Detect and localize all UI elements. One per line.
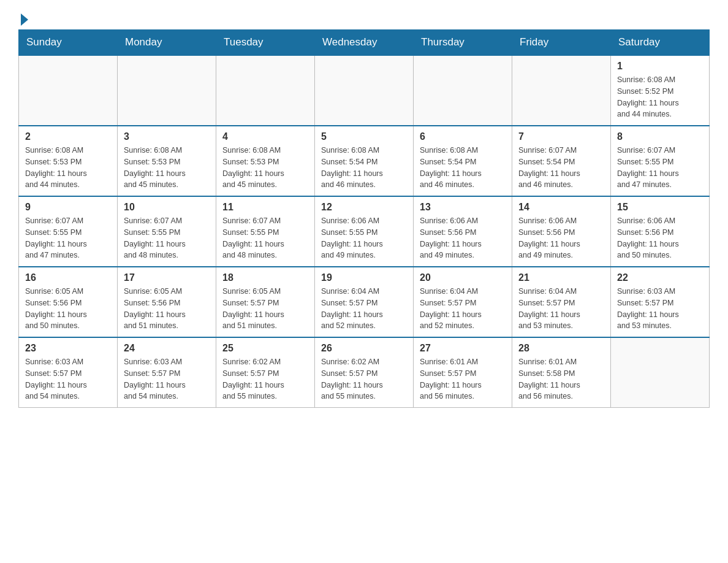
day-header-monday: Monday [118, 30, 216, 56]
day-info: Sunrise: 6:05 AMSunset: 5:56 PMDaylight:… [124, 286, 210, 332]
calendar-cell: 24Sunrise: 6:03 AMSunset: 5:57 PMDayligh… [118, 337, 216, 408]
calendar-cell: 4Sunrise: 6:08 AMSunset: 5:53 PMDaylight… [216, 126, 315, 196]
calendar-cell: 15Sunrise: 6:06 AMSunset: 5:56 PMDayligh… [611, 196, 710, 267]
calendar-cell: 14Sunrise: 6:06 AMSunset: 5:56 PMDayligh… [512, 196, 611, 267]
calendar-cell: 16Sunrise: 6:05 AMSunset: 5:56 PMDayligh… [19, 267, 118, 337]
calendar-cell: 7Sunrise: 6:07 AMSunset: 5:54 PMDaylight… [512, 126, 611, 196]
day-number: 6 [420, 131, 506, 142]
day-number: 25 [222, 343, 308, 354]
day-number: 26 [321, 343, 407, 354]
calendar-cell [512, 55, 611, 126]
day-info: Sunrise: 6:07 AMSunset: 5:55 PMDaylight:… [222, 215, 308, 261]
day-number: 14 [518, 202, 604, 213]
day-info: Sunrise: 6:06 AMSunset: 5:56 PMDaylight:… [420, 215, 506, 261]
day-number: 7 [518, 131, 604, 142]
page-header [18, 12, 710, 23]
day-number: 19 [321, 272, 407, 283]
day-number: 21 [518, 272, 604, 283]
day-info: Sunrise: 6:05 AMSunset: 5:57 PMDaylight:… [222, 286, 308, 332]
day-number: 10 [124, 202, 210, 213]
calendar-week-row: 2Sunrise: 6:08 AMSunset: 5:53 PMDaylight… [19, 126, 710, 196]
calendar-cell: 5Sunrise: 6:08 AMSunset: 5:54 PMDaylight… [315, 126, 414, 196]
day-info: Sunrise: 6:07 AMSunset: 5:55 PMDaylight:… [124, 215, 210, 261]
calendar-cell: 3Sunrise: 6:08 AMSunset: 5:53 PMDaylight… [118, 126, 216, 196]
day-number: 28 [518, 343, 604, 354]
day-number: 2 [25, 131, 111, 142]
calendar-cell: 13Sunrise: 6:06 AMSunset: 5:56 PMDayligh… [414, 196, 512, 267]
day-number: 15 [617, 202, 703, 213]
day-info: Sunrise: 6:03 AMSunset: 5:57 PMDaylight:… [25, 356, 111, 402]
day-header-thursday: Thursday [414, 30, 512, 56]
day-number: 13 [420, 202, 506, 213]
day-number: 18 [222, 272, 308, 283]
calendar-week-row: 16Sunrise: 6:05 AMSunset: 5:56 PMDayligh… [19, 267, 710, 337]
day-header-friday: Friday [512, 30, 611, 56]
day-number: 22 [617, 272, 703, 283]
calendar-header-row: SundayMondayTuesdayWednesdayThursdayFrid… [19, 30, 710, 56]
calendar-cell [414, 55, 512, 126]
calendar-cell: 6Sunrise: 6:08 AMSunset: 5:54 PMDaylight… [414, 126, 512, 196]
day-info: Sunrise: 6:05 AMSunset: 5:56 PMDaylight:… [25, 286, 111, 332]
day-info: Sunrise: 6:08 AMSunset: 5:54 PMDaylight:… [420, 145, 506, 191]
day-header-wednesday: Wednesday [315, 30, 414, 56]
day-number: 16 [25, 272, 111, 283]
calendar-cell: 21Sunrise: 6:04 AMSunset: 5:57 PMDayligh… [512, 267, 611, 337]
calendar-cell: 8Sunrise: 6:07 AMSunset: 5:55 PMDaylight… [611, 126, 710, 196]
day-number: 24 [124, 343, 210, 354]
day-info: Sunrise: 6:01 AMSunset: 5:57 PMDaylight:… [420, 356, 506, 402]
day-number: 5 [321, 131, 407, 142]
day-number: 3 [124, 131, 210, 142]
day-info: Sunrise: 6:04 AMSunset: 5:57 PMDaylight:… [321, 286, 407, 332]
calendar-cell: 19Sunrise: 6:04 AMSunset: 5:57 PMDayligh… [315, 267, 414, 337]
calendar-cell: 12Sunrise: 6:06 AMSunset: 5:55 PMDayligh… [315, 196, 414, 267]
calendar-cell: 11Sunrise: 6:07 AMSunset: 5:55 PMDayligh… [216, 196, 315, 267]
day-info: Sunrise: 6:08 AMSunset: 5:54 PMDaylight:… [321, 145, 407, 191]
day-info: Sunrise: 6:08 AMSunset: 5:53 PMDaylight:… [25, 145, 111, 191]
day-info: Sunrise: 6:07 AMSunset: 5:55 PMDaylight:… [617, 145, 703, 191]
calendar-cell: 22Sunrise: 6:03 AMSunset: 5:57 PMDayligh… [611, 267, 710, 337]
logo-arrow-icon [21, 13, 28, 26]
calendar-cell: 25Sunrise: 6:02 AMSunset: 5:57 PMDayligh… [216, 337, 315, 408]
day-info: Sunrise: 6:07 AMSunset: 5:54 PMDaylight:… [518, 145, 604, 191]
day-info: Sunrise: 6:08 AMSunset: 5:52 PMDaylight:… [617, 74, 703, 120]
calendar-cell: 26Sunrise: 6:02 AMSunset: 5:57 PMDayligh… [315, 337, 414, 408]
day-info: Sunrise: 6:02 AMSunset: 5:57 PMDaylight:… [222, 356, 308, 402]
day-info: Sunrise: 6:04 AMSunset: 5:57 PMDaylight:… [420, 286, 506, 332]
day-info: Sunrise: 6:03 AMSunset: 5:57 PMDaylight:… [124, 356, 210, 402]
day-header-sunday: Sunday [19, 30, 118, 56]
calendar-cell: 1Sunrise: 6:08 AMSunset: 5:52 PMDaylight… [611, 55, 710, 126]
day-header-tuesday: Tuesday [216, 30, 315, 56]
day-info: Sunrise: 6:03 AMSunset: 5:57 PMDaylight:… [617, 286, 703, 332]
day-info: Sunrise: 6:06 AMSunset: 5:56 PMDaylight:… [617, 215, 703, 261]
day-number: 8 [617, 131, 703, 142]
day-info: Sunrise: 6:06 AMSunset: 5:56 PMDaylight:… [518, 215, 604, 261]
calendar-cell: 20Sunrise: 6:04 AMSunset: 5:57 PMDayligh… [414, 267, 512, 337]
day-info: Sunrise: 6:08 AMSunset: 5:53 PMDaylight:… [222, 145, 308, 191]
calendar-cell: 2Sunrise: 6:08 AMSunset: 5:53 PMDaylight… [19, 126, 118, 196]
day-number: 4 [222, 131, 308, 142]
calendar-cell: 17Sunrise: 6:05 AMSunset: 5:56 PMDayligh… [118, 267, 216, 337]
day-number: 20 [420, 272, 506, 283]
calendar-week-row: 1Sunrise: 6:08 AMSunset: 5:52 PMDaylight… [19, 55, 710, 126]
calendar-cell: 18Sunrise: 6:05 AMSunset: 5:57 PMDayligh… [216, 267, 315, 337]
day-number: 9 [25, 202, 111, 213]
day-number: 12 [321, 202, 407, 213]
calendar-cell [19, 55, 118, 126]
day-info: Sunrise: 6:06 AMSunset: 5:55 PMDaylight:… [321, 215, 407, 261]
calendar-week-row: 9Sunrise: 6:07 AMSunset: 5:55 PMDaylight… [19, 196, 710, 267]
logo [18, 12, 28, 23]
day-info: Sunrise: 6:08 AMSunset: 5:53 PMDaylight:… [124, 145, 210, 191]
day-number: 11 [222, 202, 308, 213]
calendar-cell: 23Sunrise: 6:03 AMSunset: 5:57 PMDayligh… [19, 337, 118, 408]
calendar-cell [611, 337, 710, 408]
day-number: 23 [25, 343, 111, 354]
calendar-week-row: 23Sunrise: 6:03 AMSunset: 5:57 PMDayligh… [19, 337, 710, 408]
calendar-cell: 28Sunrise: 6:01 AMSunset: 5:58 PMDayligh… [512, 337, 611, 408]
day-header-saturday: Saturday [611, 30, 710, 56]
day-info: Sunrise: 6:02 AMSunset: 5:57 PMDaylight:… [321, 356, 407, 402]
calendar-cell [315, 55, 414, 126]
day-number: 1 [617, 61, 703, 72]
calendar-table: SundayMondayTuesdayWednesdayThursdayFrid… [18, 29, 710, 408]
calendar-cell: 10Sunrise: 6:07 AMSunset: 5:55 PMDayligh… [118, 196, 216, 267]
calendar-cell: 9Sunrise: 6:07 AMSunset: 5:55 PMDaylight… [19, 196, 118, 267]
